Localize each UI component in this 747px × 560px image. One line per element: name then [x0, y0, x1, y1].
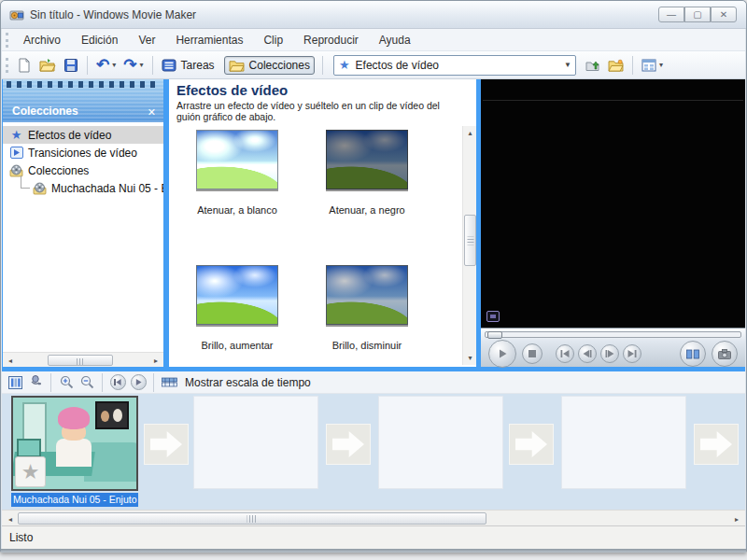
zoom-in-button[interactable]	[56, 373, 77, 392]
tree-item-efectos-de-video[interactable]: ★ Efectos de vídeo	[3, 126, 163, 144]
collections-tree: ★ Efectos de vídeo Transiciones de vídeo	[3, 122, 163, 197]
effect-item-atenuar-blanco[interactable]: Atenuar, a blanco	[176, 130, 298, 216]
show-timescale-button[interactable]	[159, 373, 179, 392]
window-title: Sin título - Windows Movie Maker	[30, 1, 196, 29]
scroll-right-arrow[interactable]: ▸	[730, 512, 743, 525]
save-project-button[interactable]	[60, 56, 82, 75]
scrollbar-thumb[interactable]	[48, 355, 113, 366]
previous-frame-button[interactable]	[578, 344, 597, 363]
toolbar-separator	[632, 56, 633, 75]
menubar-grip[interactable]	[6, 33, 8, 48]
tareas-button[interactable]: Tareas	[158, 57, 218, 74]
menu-clip[interactable]: Clip	[253, 29, 293, 51]
app-icon	[9, 7, 24, 22]
storyboard-horizontal-scrollbar[interactable]: ◂ ▸	[2, 510, 745, 525]
effect-item-brillo-disminuir[interactable]: Brillo, disminuir	[306, 265, 428, 351]
menu-ver[interactable]: Ver	[128, 29, 165, 51]
zoom-out-icon	[80, 375, 94, 389]
take-picture-button[interactable]	[712, 341, 738, 367]
scrollbar-thumb[interactable]	[464, 215, 476, 266]
new-project-button[interactable]	[13, 56, 35, 75]
tree-item-label: Muchachada Nui 05 - Enjuto	[51, 182, 163, 195]
transition-slot-2[interactable]	[326, 424, 371, 465]
effects-vertical-scrollbar[interactable]: ▴ ▾	[462, 126, 476, 365]
transition-slot-3[interactable]	[509, 424, 554, 465]
rewind-storyboard-button[interactable]	[107, 373, 128, 392]
menu-reproducir[interactable]: Reproducir	[293, 29, 369, 51]
split-clip-button[interactable]	[680, 341, 706, 367]
next-icon	[627, 350, 637, 357]
toolbar-separator	[152, 56, 153, 75]
zoom-out-button[interactable]	[77, 373, 97, 392]
undo-dropdown-arrow[interactable]: ▾	[112, 61, 116, 69]
forward-to-end-button[interactable]	[623, 344, 641, 363]
scroll-right-arrow[interactable]: ▸	[149, 354, 162, 367]
transition-slot-4[interactable]	[694, 424, 739, 465]
toolbar-grip[interactable]	[6, 58, 8, 73]
collections-panel-close-icon[interactable]: ✕	[148, 107, 156, 118]
play-button[interactable]	[488, 340, 516, 368]
views-dropdown-arrow[interactable]: ▾	[659, 61, 663, 69]
stop-button[interactable]	[522, 343, 543, 364]
next-frame-button[interactable]	[600, 344, 619, 363]
audio-levels-button[interactable]	[5, 373, 25, 392]
scroll-up-arrow[interactable]: ▴	[463, 126, 476, 140]
film-reel-icon	[32, 181, 48, 195]
title-bar[interactable]: Sin título - Windows Movie Maker — ▢ ✕	[1, 1, 746, 29]
new-collection-folder-button[interactable]	[604, 57, 627, 74]
narrate-timeline-button[interactable]	[25, 373, 46, 392]
open-project-button[interactable]	[35, 56, 60, 75]
transition-slot-1[interactable]	[144, 424, 189, 465]
seek-thumb[interactable]	[487, 331, 502, 339]
effect-item-atenuar-negro[interactable]: Atenuar, a negro	[306, 130, 428, 216]
storyboard-clip-label[interactable]: Muchachada Nui 05 - Enjuto ...	[11, 493, 138, 507]
new-document-icon	[17, 58, 32, 73]
maximize-button[interactable]: ▢	[684, 7, 711, 22]
transition-icon	[8, 146, 24, 160]
tree-item-transiciones-de-video[interactable]: Transiciones de vídeo	[3, 144, 163, 161]
toolbar-separator	[322, 56, 323, 75]
menu-herramientas[interactable]: Herramientas	[165, 29, 253, 51]
play-small-icon	[135, 379, 142, 385]
tree-item-label: Colecciones	[28, 164, 89, 177]
collections-horizontal-scrollbar[interactable]: ◂ ▸	[3, 352, 163, 367]
scrollbar-thumb[interactable]	[18, 512, 486, 525]
zoom-in-icon	[60, 375, 74, 389]
redo-dropdown-arrow[interactable]: ▾	[140, 61, 144, 69]
storyboard-empty-slot-2[interactable]	[378, 396, 503, 489]
menu-edicion[interactable]: Edición	[71, 29, 128, 51]
main-area: Colecciones ✕ ★ Efectos de vídeo Transic…	[2, 79, 745, 371]
views-button[interactable]: ▾	[638, 57, 667, 74]
redo-button[interactable]: ↷ ▾	[120, 55, 147, 75]
timeline-toolbar: Mostrar escala de tiempo	[2, 371, 745, 394]
menu-ayuda[interactable]: Ayuda	[369, 29, 421, 51]
up-one-level-button[interactable]	[582, 56, 604, 74]
play-icon	[497, 348, 508, 359]
seek-bar[interactable]	[485, 331, 741, 338]
minimize-button[interactable]: —	[658, 7, 684, 22]
scroll-left-arrow[interactable]: ◂	[4, 512, 17, 525]
storyboard-empty-slot-1[interactable]	[193, 396, 318, 489]
back-to-start-button[interactable]	[556, 344, 574, 363]
collection-combobox[interactable]: ★ Efectos de vídeo ▼	[333, 55, 576, 76]
main-toolbar: ↶ ▾ ↷ ▾ Tareas Colecciones ★ Efecto	[2, 51, 745, 79]
storyboard-clip-1[interactable]: ★	[11, 396, 138, 491]
combo-dropdown-arrow[interactable]: ▼	[560, 61, 575, 69]
close-button[interactable]: ✕	[711, 7, 737, 22]
colecciones-button[interactable]: Colecciones	[224, 56, 315, 75]
effect-slot-star-icon: ★	[15, 456, 46, 487]
scroll-left-arrow[interactable]: ◂	[4, 354, 17, 367]
undo-button[interactable]: ↶ ▾	[92, 55, 120, 75]
show-timescale-label[interactable]: Mostrar escala de tiempo	[185, 376, 311, 389]
storyboard-empty-slot-3[interactable]	[561, 396, 686, 489]
scroll-down-arrow[interactable]: ▾	[463, 351, 476, 365]
preview-display-icon[interactable]	[486, 311, 500, 322]
play-storyboard-button[interactable]	[128, 373, 148, 392]
toolbar-separator	[102, 373, 103, 392]
menu-archivo[interactable]: Archivo	[13, 29, 71, 51]
tree-item-muchachada-collection[interactable]: Muchachada Nui 05 - Enjuto	[3, 179, 163, 197]
monitor-divider	[483, 100, 743, 101]
collections-folder-icon	[229, 59, 245, 72]
effect-label: Brillo, aumentar	[176, 340, 298, 351]
effect-item-brillo-aumentar[interactable]: Brillo, aumentar	[176, 265, 298, 351]
